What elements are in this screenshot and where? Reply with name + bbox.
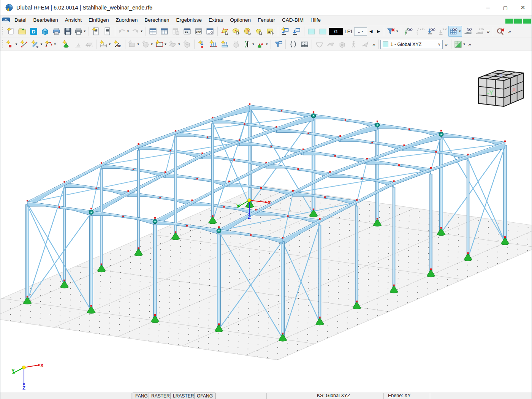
toolbar-overflow-chevron[interactable]: » <box>506 28 513 34</box>
new-member-icon[interactable]: ▼ <box>30 39 44 50</box>
new-polyline-icon[interactable]: ▼ <box>44 39 57 50</box>
show-load-values-icon[interactable]: x.xx <box>437 26 448 37</box>
new-line-support-icon[interactable] <box>72 39 84 50</box>
new-solid-load-icon[interactable] <box>230 39 242 50</box>
dropdown-arrow-icon[interactable]: ▼ <box>177 43 180 46</box>
model-manager-icon[interactable] <box>39 26 51 37</box>
loadcase-next-button[interactable]: ▶ <box>375 27 382 36</box>
dropdown-arrow-icon[interactable]: ▼ <box>127 30 130 33</box>
menu-hilfe[interactable]: Hilfe <box>307 16 324 25</box>
toolbar-grip[interactable] <box>2 27 4 36</box>
swatch1-icon[interactable] <box>306 26 317 37</box>
show-loads-icon[interactable] <box>426 26 437 37</box>
loadcase-prev-button[interactable]: ◀ <box>367 27 375 36</box>
menu-bearbeiten[interactable]: Bearbeiten <box>30 16 62 25</box>
toolbar-grip[interactable] <box>2 40 4 49</box>
zoom-clear-icon[interactable] <box>495 26 506 37</box>
dropdown-arrow-icon[interactable]: ▼ <box>15 43 18 46</box>
show-result-values-icon[interactable]: x.xx <box>414 26 426 37</box>
select-polygon-icon[interactable] <box>219 26 231 37</box>
new-surface-support-icon[interactable] <box>84 39 95 50</box>
new-dimension-icon[interactable]: x▼ <box>98 39 112 50</box>
select-special-icon[interactable]: ± <box>265 26 276 37</box>
new-surface-load-icon[interactable] <box>219 39 230 50</box>
dropdown-arrow-icon[interactable]: ▼ <box>150 43 154 46</box>
new-dimension2-icon[interactable]: xx <box>112 39 124 50</box>
loadcase-more-dropdown[interactable]: ..▼ <box>354 27 367 36</box>
show-gradient-icon[interactable] <box>462 26 473 37</box>
menu-ansicht[interactable]: Ansicht <box>62 16 85 25</box>
dlubal-icon[interactable]: D <box>28 26 39 37</box>
dropdown-arrow-icon[interactable]: ▼ <box>137 43 140 46</box>
print-graphic-icon[interactable] <box>51 26 62 37</box>
new-imperfection-icon[interactable]: ▼ <box>242 39 255 50</box>
clipping-box-icon[interactable] <box>287 39 299 50</box>
script-icon[interactable]: >SC <box>193 26 204 37</box>
result-diagram-icon[interactable] <box>314 39 325 50</box>
result-solid-icon[interactable] <box>336 39 348 50</box>
print-icon[interactable]: ▼ <box>73 26 87 37</box>
dropdown-arrow-icon[interactable]: ▼ <box>265 43 268 46</box>
table-config-icon[interactable] <box>204 26 216 37</box>
new-support-displacement-icon[interactable]: ▼ <box>255 39 269 50</box>
dropdown-arrow-icon[interactable]: ▼ <box>54 43 57 46</box>
redo-icon[interactable]: ▼ <box>130 26 144 37</box>
toolbar-overflow-chevron[interactable]: » <box>443 41 449 47</box>
table-manager-icon[interactable] <box>147 26 159 37</box>
dropdown-arrow-icon[interactable]: ▼ <box>396 30 399 33</box>
status-toggle-lraster[interactable]: LRASTER <box>170 393 196 399</box>
walk-mode-icon[interactable] <box>348 39 359 50</box>
new-surface-icon[interactable]: ▼ <box>127 39 141 50</box>
new-plane-icon[interactable]: ▼ <box>168 39 181 50</box>
visibility-filter-icon[interactable] <box>272 39 284 50</box>
report-icon[interactable] <box>102 26 113 37</box>
dropdown-arrow-icon[interactable]: ▼ <box>40 43 43 46</box>
new-nodal-load-icon[interactable] <box>196 39 207 50</box>
new-report-icon[interactable] <box>90 26 102 37</box>
show-grid-icon[interactable]: ▼ <box>448 26 462 37</box>
toolbar-overflow-chevron[interactable]: » <box>370 41 377 47</box>
minimize-button[interactable]: ─ <box>479 0 497 15</box>
toolbar-overflow-chevron[interactable]: » <box>485 28 491 34</box>
open-model-icon[interactable] <box>16 26 28 37</box>
status-toggle-ofang[interactable]: OFANG <box>194 393 215 399</box>
new-node-icon[interactable]: ▼ <box>5 39 19 50</box>
dropdown-arrow-icon[interactable]: ▼ <box>463 43 466 46</box>
dropdown-arrow-icon[interactable]: ▼ <box>458 30 461 33</box>
coordinate-system-select[interactable]: 1 - Global XYZ∨ <box>380 40 443 49</box>
console-icon[interactable]: >>_ <box>182 26 193 37</box>
new-model-icon[interactable] <box>5 26 16 37</box>
animation-icon[interactable] <box>299 39 310 50</box>
status-toggle-raster[interactable]: RASTER <box>149 393 173 399</box>
new-line-icon[interactable] <box>19 39 30 50</box>
dropdown-arrow-icon[interactable]: ▼ <box>252 43 255 46</box>
table-grid-icon[interactable] <box>159 26 170 37</box>
new-member-load-icon[interactable] <box>207 39 219 50</box>
select-ellipse-icon[interactable] <box>231 26 242 37</box>
new-solid-icon[interactable] <box>181 39 193 50</box>
dropdown-arrow-icon[interactable]: ▼ <box>140 30 143 33</box>
menu-optionen[interactable]: Optionen <box>226 16 254 25</box>
new-opening-icon[interactable]: ▼ <box>154 39 168 50</box>
menu-fenster[interactable]: Fenster <box>254 16 279 25</box>
menu-berechnen[interactable]: Berechnen <box>141 16 173 25</box>
dropdown-arrow-icon[interactable]: ▼ <box>83 30 86 33</box>
select-circle-icon[interactable] <box>242 26 253 37</box>
show-results-icon[interactable] <box>403 26 414 37</box>
select-lasso-icon[interactable] <box>253 26 265 37</box>
navigation-cube[interactable]: -Y-X-Z <box>478 70 524 106</box>
result-surface-icon[interactable] <box>325 39 336 50</box>
menu-cad-bim[interactable]: CAD-BIM <box>279 16 307 25</box>
filter-off-icon[interactable]: ▼ <box>386 26 399 37</box>
new-nodal-support-icon[interactable] <box>61 39 72 50</box>
menu-datei[interactable]: Datei <box>11 16 30 25</box>
fly-mode-icon[interactable] <box>359 39 370 50</box>
undo-icon[interactable]: ▼ <box>117 26 130 37</box>
model-viewport[interactable]: XYZXYZ-Y-X-Z <box>0 51 532 392</box>
table-print-icon[interactable] <box>170 26 182 37</box>
loadcase-type-badge[interactable]: G <box>329 28 343 35</box>
status-toggle-fang[interactable]: FANG <box>133 393 150 399</box>
swatch2-icon[interactable] <box>317 26 329 37</box>
close-button[interactable]: ✕ <box>514 0 532 15</box>
dropdown-arrow-icon[interactable]: ▼ <box>164 43 167 46</box>
